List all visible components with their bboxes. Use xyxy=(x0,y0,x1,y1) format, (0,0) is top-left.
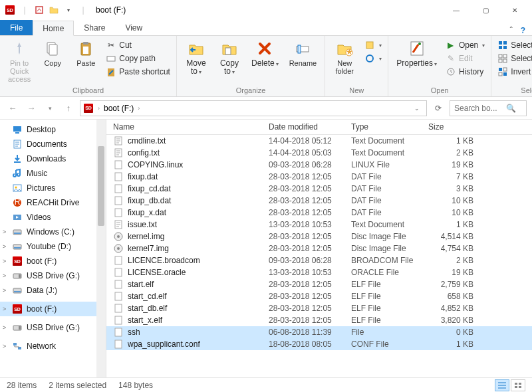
sidebar-item-youtube-d-[interactable]: >Youtube (D:) xyxy=(0,239,106,254)
file-icon xyxy=(113,315,124,326)
maximize-button[interactable]: ▢ xyxy=(471,0,500,20)
sidebar-item-data-j-[interactable]: >Data (J:) xyxy=(0,283,106,298)
tree-expand-icon[interactable]: > xyxy=(3,287,6,294)
sidebar-item-desktop[interactable]: Desktop xyxy=(0,122,106,137)
file-row[interactable]: kernel.img28-03-2018 12:05Disc Image Fil… xyxy=(106,231,532,243)
crumb-sep-icon[interactable]: › xyxy=(138,105,140,112)
col-type[interactable]: Type xyxy=(351,122,428,132)
tree-expand-icon[interactable]: > xyxy=(3,343,6,349)
history-button[interactable]: History xyxy=(444,66,487,78)
tree-expand-icon[interactable]: > xyxy=(3,324,6,331)
pin-quick-access-button[interactable]: Pin to Quick access xyxy=(4,38,35,84)
paste-shortcut-button[interactable]: Paste shortcut xyxy=(104,66,172,78)
sidebar-item-documents[interactable]: Documents xyxy=(0,137,106,151)
file-name: start_db.elf xyxy=(128,304,167,313)
tab-home[interactable]: Home xyxy=(33,21,74,36)
thumbnails-view-button[interactable] xyxy=(511,379,525,391)
tree-expand-icon[interactable]: > xyxy=(3,229,6,235)
copy-to-button[interactable]: Copy to▾ xyxy=(214,38,245,78)
forward-button[interactable]: → xyxy=(24,101,39,116)
file-row[interactable]: start_db.elf28-03-2018 12:05ELF File4,85… xyxy=(106,302,532,314)
search-input[interactable] xyxy=(454,104,503,113)
crumb-root[interactable]: boot (F:) xyxy=(104,104,134,113)
select-none-button[interactable]: Select none xyxy=(495,52,532,64)
sidebar-item-network[interactable]: >Network xyxy=(0,339,106,353)
file-row[interactable]: start.elf28-03-2018 12:05ELF File2,759 K… xyxy=(106,278,532,290)
sidebar-item-usb-drive-g-[interactable]: >USB Drive (G:) xyxy=(0,320,106,335)
sidebar-item-downloads[interactable]: Downloads xyxy=(0,151,106,166)
col-name[interactable]: Name xyxy=(106,122,269,132)
tree-expand-icon[interactable]: > xyxy=(3,306,6,312)
file-row[interactable]: issue.txt13-03-2018 10:53Text Document1 … xyxy=(106,219,532,231)
help-icon[interactable]: ? xyxy=(521,26,525,35)
invert-selection-button[interactable]: Invert selection xyxy=(495,66,532,78)
file-row[interactable]: fixup.dat28-03-2018 12:05DAT File7 KB xyxy=(106,171,532,183)
copy-path-button[interactable]: Copy path xyxy=(104,52,172,64)
close-button[interactable]: ✕ xyxy=(500,0,529,20)
tab-file[interactable]: File xyxy=(0,20,33,35)
sidebar-item-boot-f-[interactable]: >SDboot (F:) xyxy=(0,254,106,268)
up-button[interactable]: ↑ xyxy=(61,101,76,116)
sidebar-item-videos[interactable]: Videos xyxy=(0,210,106,225)
address-dropdown-icon[interactable]: ⌄ xyxy=(410,105,424,112)
address-bar[interactable]: SD › boot (F:) › ⌄ xyxy=(80,100,427,116)
copy-button[interactable]: Copy xyxy=(37,38,68,68)
move-to-button[interactable]: Move to▾ xyxy=(181,38,211,78)
sidebar-item-windows-c-[interactable]: >Windows (C:) xyxy=(0,225,106,239)
qat-folder-icon[interactable] xyxy=(48,4,60,16)
details-view-button[interactable] xyxy=(495,379,509,391)
file-row[interactable]: cmdline.txt14-04-2018 05:12Text Document… xyxy=(106,135,532,147)
ribbon-collapse-icon[interactable]: ˆ xyxy=(510,26,513,35)
refresh-button[interactable]: ⟳ xyxy=(431,104,446,113)
new-folder-button[interactable]: ★ New folder xyxy=(329,38,360,76)
file-date: 09-03-2018 06:28 xyxy=(269,160,351,169)
rename-button[interactable]: Rename xyxy=(285,38,321,68)
file-row[interactable]: config.txt14-04-2018 05:03Text Document2… xyxy=(106,147,532,159)
sidebar-item-reachit-drive[interactable]: RREACHit Drive xyxy=(0,195,106,210)
crumb-sep-icon[interactable]: › xyxy=(98,105,100,112)
file-row[interactable]: LICENCE.broadcom09-03-2018 06:28BROADCOM… xyxy=(106,254,532,266)
edit-button[interactable]: ✎Edit xyxy=(444,52,487,64)
col-size[interactable]: Size xyxy=(428,122,488,132)
file-row[interactable]: fixup_db.dat28-03-2018 12:05DAT File10 K… xyxy=(106,195,532,207)
delete-button[interactable]: Delete▾ xyxy=(247,38,283,70)
back-button[interactable]: ← xyxy=(5,101,20,116)
new-item-button[interactable]: ▾ xyxy=(362,39,384,51)
sidebar-item-pictures[interactable]: Pictures xyxy=(0,181,106,195)
column-headers[interactable]: Name Date modified Type Size xyxy=(106,120,532,135)
col-date[interactable]: Date modified xyxy=(269,122,351,132)
sidebar-item-boot-f-[interactable]: >SDboot (F:) xyxy=(0,302,106,316)
open-button[interactable]: ▶Open▾ xyxy=(444,39,487,51)
file-row[interactable]: fixup_x.dat28-03-2018 12:05DAT File10 KB xyxy=(106,207,532,219)
sidebar-item-usb-drive-g-[interactable]: >USB Drive (G:) xyxy=(0,268,106,283)
nav-pane[interactable]: DesktopDocumentsDownloadsMusicPicturesRR… xyxy=(0,120,106,377)
svg-point-16 xyxy=(418,43,421,45)
tab-share[interactable]: Share xyxy=(74,20,115,35)
recent-dropdown[interactable]: ▾ xyxy=(43,101,57,116)
file-row[interactable]: ssh06-08-2018 11:39File0 KB xyxy=(106,326,532,338)
tab-view[interactable]: View xyxy=(115,20,152,35)
tree-expand-icon[interactable]: > xyxy=(3,243,6,250)
tree-expand-icon[interactable]: > xyxy=(3,258,6,264)
file-row[interactable]: wpa_supplicant.conf18-08-2018 08:05CONF … xyxy=(106,338,532,350)
easy-access-button[interactable]: ▾ xyxy=(362,52,384,64)
paste-button[interactable]: Paste xyxy=(70,38,101,68)
file-row[interactable]: fixup_cd.dat28-03-2018 12:05DAT File3 KB xyxy=(106,183,532,195)
qat-dropdown-icon[interactable]: ▾ xyxy=(63,4,74,16)
scrollbar[interactable] xyxy=(96,120,106,377)
file-row[interactable]: LICENSE.oracle13-03-2018 10:53ORACLE Fil… xyxy=(106,266,532,278)
cut-button[interactable]: ✂Cut xyxy=(104,39,172,51)
search-box[interactable]: 🔍 xyxy=(450,100,527,116)
file-row[interactable]: start_cd.elf28-03-2018 12:05ELF File658 … xyxy=(106,290,532,302)
qat-properties-icon[interactable] xyxy=(33,4,45,16)
file-type: ELF File xyxy=(351,304,428,313)
file-row[interactable]: start_x.elf28-03-2018 12:05ELF File3,820… xyxy=(106,314,532,326)
sidebar-item-label: Desktop xyxy=(27,125,56,134)
properties-button[interactable]: Properties▾ xyxy=(392,38,441,70)
tree-expand-icon[interactable]: > xyxy=(3,272,6,279)
file-row[interactable]: kernel7.img28-03-2018 12:05Disc Image Fi… xyxy=(106,243,532,254)
sidebar-item-music[interactable]: Music xyxy=(0,166,106,181)
select-all-button[interactable]: Select all xyxy=(495,39,532,51)
minimize-button[interactable]: — xyxy=(442,0,471,20)
file-row[interactable]: COPYING.linux09-03-2018 06:28LINUX File1… xyxy=(106,159,532,171)
